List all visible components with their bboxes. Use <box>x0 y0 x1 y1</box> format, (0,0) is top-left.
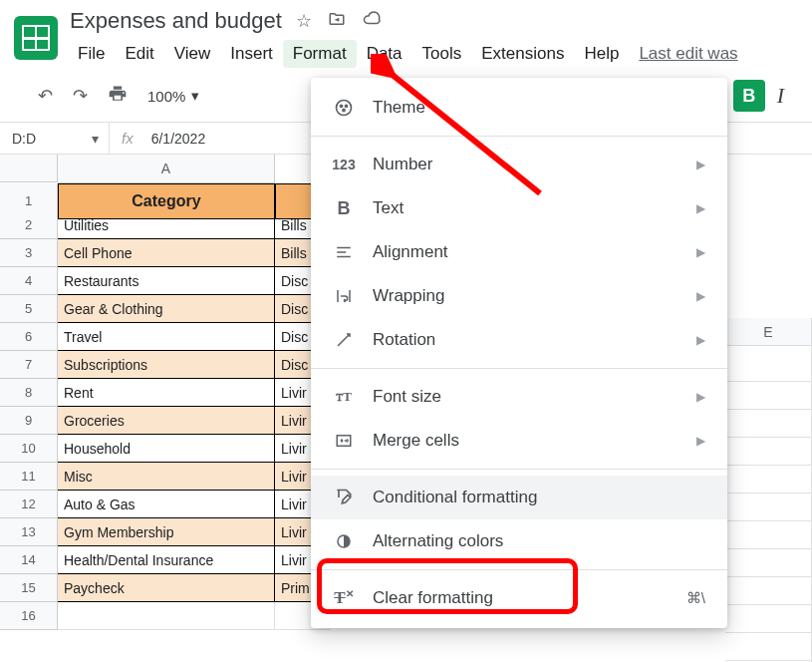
row-header-11[interactable]: 11 <box>0 463 58 491</box>
menu-item-alignment[interactable]: Alignment ▶ <box>311 230 727 274</box>
menu-extensions[interactable]: Extensions <box>471 40 574 68</box>
submenu-arrow-icon: ▶ <box>696 201 705 215</box>
cell-E7[interactable] <box>725 521 812 549</box>
menu-item-clear-formatting[interactable]: T✕ Clear formatting ⌘\ <box>311 576 727 620</box>
cell-E9[interactable] <box>725 577 812 605</box>
bold-icon: B <box>333 198 355 219</box>
row-header-5[interactable]: 5 <box>0 295 58 323</box>
select-all-corner[interactable] <box>0 155 58 182</box>
col-header-A[interactable]: A <box>58 155 275 183</box>
sheets-app-icon[interactable] <box>14 16 58 60</box>
rotation-icon <box>333 331 355 349</box>
menu-item-label: Alternating colors <box>373 531 503 551</box>
italic-button[interactable]: I <box>777 83 784 109</box>
menu-item-number[interactable]: 123 Number ▶ <box>311 143 727 186</box>
row-header-16[interactable]: 16 <box>0 602 58 630</box>
cell-E1[interactable] <box>725 346 812 382</box>
menu-item-label: Wrapping <box>373 286 444 306</box>
row-header-7[interactable]: 7 <box>0 351 58 379</box>
move-folder-icon[interactable] <box>328 10 346 33</box>
row-header-10[interactable]: 10 <box>0 435 58 463</box>
menu-insert[interactable]: Insert <box>220 40 283 68</box>
row-header-3[interactable]: 3 <box>0 239 58 267</box>
number-icon: 123 <box>333 157 355 172</box>
cell-E10[interactable] <box>725 605 812 633</box>
col-header-E[interactable]: E <box>725 318 812 346</box>
redo-icon[interactable]: ↷ <box>73 85 88 107</box>
row-header-13[interactable]: 13 <box>0 518 58 546</box>
menu-edit[interactable]: Edit <box>115 40 163 68</box>
menu-item-alternating-colors[interactable]: Alternating colors <box>311 519 727 563</box>
cell-A14[interactable]: Health/Dental Insurance <box>58 546 275 574</box>
cell-A10[interactable]: Household <box>58 435 275 463</box>
zoom-select[interactable]: 100% ▾ <box>147 87 199 105</box>
format-menu-dropdown: Theme 123 Number ▶ B Text ▶ Alignment ▶ … <box>311 78 727 628</box>
cell-A8[interactable]: Rent <box>58 379 275 407</box>
theme-icon <box>333 98 355 118</box>
menu-item-label: Theme <box>373 98 425 118</box>
menu-item-label: Number <box>373 155 432 174</box>
cell-A5[interactable]: Gear & Clothing <box>58 295 275 323</box>
cell-E4[interactable] <box>725 438 812 466</box>
formula-value[interactable]: 6/1/2022 <box>145 131 206 147</box>
row-header-14[interactable]: 14 <box>0 546 58 574</box>
menu-format[interactable]: Format <box>283 40 357 68</box>
cell-A11[interactable]: Misc <box>58 463 275 491</box>
cell-A2[interactable]: Utilities <box>58 211 275 239</box>
cell-A4[interactable]: Restaurants <box>58 267 275 295</box>
bold-button[interactable]: B <box>733 80 765 112</box>
cell-E3[interactable] <box>725 410 812 438</box>
clear-formatting-icon: T✕ <box>333 588 355 608</box>
last-edit-link[interactable]: Last edit was <box>639 44 737 64</box>
menu-item-rotation[interactable]: Rotation ▶ <box>311 318 727 362</box>
menu-help[interactable]: Help <box>574 40 629 68</box>
row-header-4[interactable]: 4 <box>0 267 58 295</box>
cell-E5[interactable] <box>725 466 812 494</box>
cell-E8[interactable] <box>725 549 812 577</box>
menu-view[interactable]: View <box>164 40 221 68</box>
menu-item-label: Alignment <box>373 242 448 262</box>
cell-A13[interactable]: Gym Membership <box>58 518 275 546</box>
submenu-arrow-icon: ▶ <box>696 289 705 303</box>
row-header-15[interactable]: 15 <box>0 574 58 602</box>
cell-A9[interactable]: Groceries <box>58 407 275 435</box>
undo-icon[interactable]: ↶ <box>38 85 53 107</box>
print-icon[interactable] <box>108 84 128 109</box>
row-header-12[interactable]: 12 <box>0 491 58 518</box>
document-title[interactable]: Expenses and budget <box>70 8 282 34</box>
row-header-6[interactable]: 6 <box>0 323 58 351</box>
cell-A12[interactable]: Auto & Gas <box>58 491 275 518</box>
cell-E2[interactable] <box>725 382 812 410</box>
menu-file[interactable]: File <box>68 40 115 68</box>
wrapping-icon <box>333 287 355 305</box>
svg-point-3 <box>343 109 345 111</box>
menu-item-label: Conditional formatting <box>373 488 537 507</box>
alternating-colors-icon <box>333 532 355 550</box>
font-size-icon: ᴛT <box>333 389 355 405</box>
menu-data[interactable]: Data <box>357 40 412 68</box>
row-header-9[interactable]: 9 <box>0 407 58 435</box>
cell-A16[interactable] <box>58 602 275 630</box>
cell-E11[interactable] <box>725 633 812 661</box>
menu-tools[interactable]: Tools <box>412 40 472 68</box>
cell-A15[interactable]: Paycheck <box>58 574 275 602</box>
cell-A3[interactable]: Cell Phone <box>58 239 275 267</box>
row-header-8[interactable]: 8 <box>0 379 58 407</box>
cell-A6[interactable]: Travel <box>58 323 275 351</box>
svg-rect-4 <box>337 436 351 447</box>
cloud-status-icon[interactable] <box>362 10 382 33</box>
menu-item-conditional-formatting[interactable]: Conditional formatting <box>311 476 727 519</box>
menu-item-text[interactable]: B Text ▶ <box>311 186 727 230</box>
menu-item-wrapping[interactable]: Wrapping ▶ <box>311 274 727 318</box>
cell-E6[interactable] <box>725 494 812 521</box>
name-box-value: D:D <box>12 131 36 147</box>
star-icon[interactable]: ☆ <box>296 10 312 33</box>
menu-item-font-size[interactable]: ᴛT Font size ▶ <box>311 375 727 419</box>
fx-icon: fx <box>110 130 145 147</box>
cell-A7[interactable]: Subscriptions <box>58 351 275 379</box>
name-box[interactable]: D:D ▾ <box>0 123 110 154</box>
menu-item-theme[interactable]: Theme <box>311 86 727 130</box>
row-header-2[interactable]: 2 <box>0 211 58 239</box>
menu-item-merge-cells[interactable]: Merge cells ▶ <box>311 419 727 463</box>
chevron-down-icon: ▾ <box>191 87 199 105</box>
